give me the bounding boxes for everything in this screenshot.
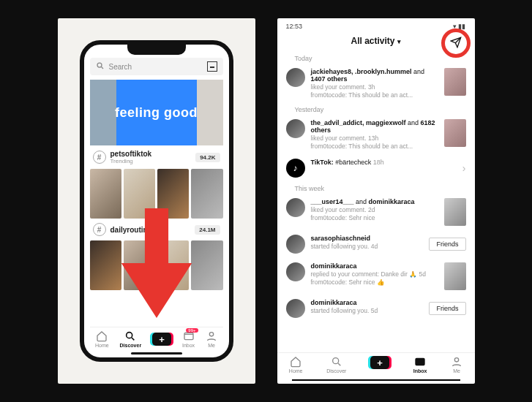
nav-discover[interactable]: Discover <box>326 356 346 373</box>
avatar[interactable] <box>286 119 305 138</box>
activity-row[interactable]: jackiehayes8, .brooklyn.hummel and 1407 … <box>286 64 466 103</box>
svg-line-7 <box>338 363 340 365</box>
send-icon[interactable] <box>450 37 462 50</box>
search-icon <box>96 61 105 72</box>
friends-button[interactable]: Friends <box>429 238 465 251</box>
svg-line-3 <box>132 338 134 340</box>
nav-me[interactable]: Me <box>206 330 217 348</box>
nav-inbox[interactable]: Inbox <box>413 356 427 373</box>
inbox-badge: 99+ <box>186 328 198 333</box>
video-thumb[interactable] <box>444 198 466 226</box>
nav-create[interactable]: + <box>152 333 171 346</box>
banner-text: feeling good <box>115 105 198 121</box>
section-yesterday: Yesterday <box>286 103 466 115</box>
nav-home[interactable]: Home <box>95 330 109 348</box>
hashtag-count: 24.1M <box>195 225 220 235</box>
avatar[interactable] <box>286 299 305 318</box>
video-thumb[interactable] <box>444 68 466 96</box>
avatar[interactable] <box>286 235 305 254</box>
tiktok-avatar: ♪ <box>286 159 305 178</box>
status-bar: 12:53 ▾ ▮▮ <box>277 18 475 31</box>
search-bar[interactable]: Search <box>90 58 223 75</box>
activity-filter[interactable]: All activity▾ <box>351 36 400 46</box>
avatar[interactable] <box>286 262 305 281</box>
section-today: Today <box>286 52 466 64</box>
plus-icon: + <box>152 333 171 346</box>
avatar[interactable] <box>286 68 305 87</box>
hashtag-icon: # <box>93 151 106 164</box>
profile-icon <box>206 330 217 342</box>
video-thumb[interactable] <box>444 119 466 147</box>
bottom-nav: Home Discover + Inbox Me <box>277 352 475 376</box>
hashtag-name: petsoftiktok <box>110 150 192 158</box>
search-placeholder: Search <box>109 63 203 71</box>
hashtag-count: 94.2K <box>195 153 220 162</box>
inbox-icon: 99+ <box>183 330 195 342</box>
home-indicator <box>292 379 460 381</box>
home-icon <box>96 330 108 342</box>
section-thisweek: This week <box>286 182 466 194</box>
nav-home[interactable]: Home <box>289 356 303 373</box>
discover-icon <box>124 330 136 342</box>
activity-row[interactable]: sarasophiaschneid started following you.… <box>286 230 466 258</box>
activity-row-tiktok[interactable]: ♪ TikTok: #bärtecheck 18h › <box>286 154 466 182</box>
activity-feed[interactable]: Today jackiehayes8, .brooklyn.hummel and… <box>277 52 475 352</box>
activity-row[interactable]: ___user14___ and dominikkaraca liked you… <box>286 194 466 230</box>
chevron-right-icon: › <box>462 162 466 174</box>
friends-button[interactable]: Friends <box>429 302 465 315</box>
activity-row[interactable]: dominikkaraca replied to your comment: D… <box>286 258 466 295</box>
avatar[interactable] <box>286 198 305 217</box>
svg-rect-8 <box>416 358 424 365</box>
activity-header: All activity▾ <box>277 31 475 52</box>
inbox-icon <box>414 356 426 368</box>
bottom-nav: Home Discover + 99+ Inbox <box>90 327 223 351</box>
svg-line-1 <box>101 67 103 69</box>
home-icon <box>290 356 301 368</box>
profile-icon <box>451 356 462 368</box>
nav-me[interactable]: Me <box>451 356 462 373</box>
discover-phone-panel: Search feeling good # petsoftiktok Trend… <box>58 18 255 384</box>
home-indicator <box>131 352 182 354</box>
nav-discover[interactable]: Discover <box>120 330 142 348</box>
annotation-circle <box>441 29 471 58</box>
nav-create[interactable]: + <box>370 356 389 373</box>
svg-point-2 <box>127 333 132 338</box>
svg-point-0 <box>97 63 102 67</box>
svg-point-9 <box>454 358 458 362</box>
svg-point-6 <box>332 358 338 364</box>
video-thumb[interactable] <box>444 262 466 290</box>
activity-row[interactable]: dominikkaraca started following you. 5d … <box>286 295 466 322</box>
hashtag-row[interactable]: # petsoftiktok Trending 94.2K <box>90 145 223 169</box>
hashtag-icon: # <box>93 223 106 236</box>
svg-point-5 <box>209 333 213 336</box>
activity-panel: 12:53 ▾ ▮▮ All activity▾ Today <box>277 18 475 384</box>
scan-icon[interactable] <box>207 61 217 72</box>
activity-row[interactable]: the_advil_addict, maggiexwolf and 6182 o… <box>286 115 466 154</box>
chevron-down-icon: ▾ <box>397 38 401 45</box>
plus-icon: + <box>370 356 389 369</box>
nav-inbox[interactable]: 99+ Inbox <box>182 330 195 348</box>
trending-banner[interactable]: feeling good <box>90 80 223 145</box>
discover-icon <box>331 356 342 368</box>
hashtag-sub: Trending <box>110 158 192 164</box>
annotation-arrow-icon <box>116 208 197 318</box>
status-time: 12:53 <box>286 23 303 30</box>
phone-notch <box>127 45 186 55</box>
